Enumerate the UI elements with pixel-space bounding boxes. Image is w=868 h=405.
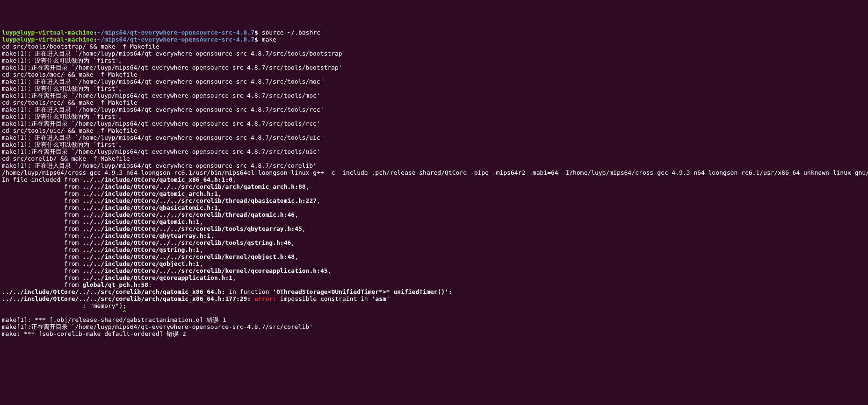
include-trace-line: from ../../include/QtCore/qbasicatomic.h… xyxy=(2,204,866,211)
output-line: cd src/tools/rcc/ && make -f Makefile xyxy=(2,99,866,106)
output-line: make[1]: 正在进入目录 `/home/luyp/mips64/qt-ev… xyxy=(2,50,866,57)
include-path: ../../include/QtCore/qstring.h:1 xyxy=(82,246,199,253)
include-path: ../../include/QtCore/qatomic_x86_64.h:1:… xyxy=(82,176,232,183)
prompt-user: luyp@luyp-virtual-machine xyxy=(2,29,94,36)
output-line: make[1]: 没有什么可以做的为 `first'。 xyxy=(2,85,866,92)
include-path: global/qt_pch.h:58 xyxy=(82,281,148,288)
include-comma: , xyxy=(232,274,236,281)
include-comma: , xyxy=(295,253,298,260)
error-tag: error: xyxy=(251,295,280,302)
include-from-text: from xyxy=(2,183,82,190)
output-line: make[1]:正在离开目录 `/home/luyp/mips64/qt-eve… xyxy=(2,120,866,127)
in-function-text: In function xyxy=(225,288,273,295)
output-line: make[1]:正在离开目录 `/home/luyp/mips64/qt-eve… xyxy=(2,92,866,99)
include-from-text: from xyxy=(2,204,82,211)
prompt-sep2: $ xyxy=(254,29,262,36)
include-comma: , xyxy=(328,267,332,274)
include-comma: , xyxy=(306,183,310,190)
include-from-text: from xyxy=(2,239,82,246)
include-trace-list: from ../../include/QtCore/../../src/core… xyxy=(2,183,866,288)
include-comma: , xyxy=(200,218,203,225)
include-trace-head: In file included from ../../include/QtCo… xyxy=(2,176,866,183)
include-from-text: from xyxy=(2,260,82,267)
make-leave-line: make[1]:正在离开目录 `/home/luyp/mips64/qt-eve… xyxy=(2,323,866,330)
include-comma: , xyxy=(295,211,298,218)
include-from-text: from xyxy=(2,211,82,218)
include-from-text: from xyxy=(2,218,82,225)
include-path: ../../include/QtCore/../../src/corelib/a… xyxy=(82,183,305,190)
include-trace-line: from ../../include/QtCore/qobject.h:1, xyxy=(2,260,866,267)
include-trace-line: from ../../include/QtCore/qbytearray.h:1… xyxy=(2,232,866,239)
include-trace-line: from ../../include/QtCore/qatomic_arch.h… xyxy=(2,190,866,197)
output-line: make[1]: 正在进入目录 `/home/luyp/mips64/qt-ev… xyxy=(2,162,866,169)
include-path: ../../include/QtCore/../../src/corelib/k… xyxy=(82,267,327,274)
include-comma: , xyxy=(210,232,214,239)
include-trace-line: from ../../include/QtCore/../../src/core… xyxy=(2,239,866,246)
make-final-error: make: *** [sub-corelib-make_default-orde… xyxy=(2,330,866,337)
include-trace-line: from ../../include/QtCore/../../src/core… xyxy=(2,183,866,190)
include-from-text: from xyxy=(2,274,82,281)
error-location: ../../include/QtCore/../../src/corelib/a… xyxy=(2,288,225,295)
output-line: make[1]: 正在进入目录 `/home/luyp/mips64/qt-ev… xyxy=(2,78,866,85)
output-line: make[1]: 正在进入目录 `/home/luyp/mips64/qt-ev… xyxy=(2,106,866,113)
error-message: impossible constraint in xyxy=(280,295,372,302)
terminal-output[interactable]: luyp@luyp-virtual-machine:~/mips64/qt-ev… xyxy=(2,29,866,337)
include-from-text: from xyxy=(2,253,82,260)
include-from-text: from xyxy=(2,232,82,239)
prompt-line-2: luyp@luyp-virtual-machine:~/mips64/qt-ev… xyxy=(2,36,866,43)
colon: : xyxy=(448,288,452,295)
compile-line: /home/luyp/mips64/cross-gcc-4.9.3-n64-lo… xyxy=(2,169,866,176)
include-comma: , xyxy=(317,197,320,204)
include-path: ../../include/QtCore/qatomic.h:1 xyxy=(82,218,199,225)
include-from-text: from xyxy=(2,246,82,253)
output-line: make[1]: 没有什么可以做的为 `first'。 xyxy=(2,113,866,120)
include-path: ../../include/QtCore/qbytearray.h:1 xyxy=(82,232,210,239)
include-trace-line: from ../../include/QtCore/../../src/core… xyxy=(2,225,866,232)
include-path: ../../include/QtCore/qobject.h:1 xyxy=(82,260,199,267)
include-trace-line: from ../../include/QtCore/qatomic.h:1, xyxy=(2,218,866,225)
include-comma: , xyxy=(291,239,295,246)
include-from-text: from xyxy=(2,190,82,197)
include-path: ../../include/QtCore/../../src/corelib/t… xyxy=(82,197,317,204)
include-comma: , xyxy=(232,176,236,183)
function-signature: 'QThreadStorage<QUnifiedTimer*>* unified… xyxy=(273,288,448,295)
include-path: ../../include/QtCore/../../src/corelib/t… xyxy=(82,239,291,246)
make-error-line: make[1]: *** [.obj/release-shared/qabstr… xyxy=(2,316,866,323)
prompt-line-1: luyp@luyp-virtual-machine:~/mips64/qt-ev… xyxy=(2,29,866,36)
output-line: make[1]:正在离开目录 `/home/luyp/mips64/qt-eve… xyxy=(2,64,866,71)
prompt-sep1: : xyxy=(94,29,97,36)
include-trace-line: from ../../include/QtCore/../../src/core… xyxy=(2,267,866,274)
prompt-path: ~/mips64/qt-everywhere-opensource-src-4.… xyxy=(97,29,255,36)
include-from-text: from xyxy=(2,197,82,204)
include-trace-line: from ../../include/QtCore/../../src/core… xyxy=(2,211,866,218)
prompt-sep2: $ xyxy=(254,36,262,43)
include-comma: , xyxy=(218,190,222,197)
error-line: ../../include/QtCore/../../src/corelib/a… xyxy=(2,295,866,302)
include-path: ../../include/QtCore/qbasicatomic.h:1 xyxy=(82,204,218,211)
include-path: ../../include/QtCore/../../src/corelib/t… xyxy=(82,225,302,232)
output-line: cd src/corelib/ && make -f Makefile xyxy=(2,155,866,162)
output-line: make[1]: 没有什么可以做的为 `first'。 xyxy=(2,57,866,64)
include-from-text: from xyxy=(2,281,82,288)
include-from-text: from xyxy=(2,267,82,274)
include-trace-line: from ../../include/QtCore/qstring.h:1, xyxy=(2,246,866,253)
output-line: cd src/tools/moc/ && make -f Makefile xyxy=(2,71,866,78)
include-path: ../../include/QtCore/qcoreapplication.h:… xyxy=(82,274,232,281)
include-comma: , xyxy=(200,246,203,253)
include-trace-line: from global/qt_pch.h:58: xyxy=(2,281,866,288)
output-line: make[1]: 正在进入目录 `/home/luyp/mips64/qt-ev… xyxy=(2,134,866,141)
output-line: cd src/tools/uic/ && make -f Makefile xyxy=(2,127,866,134)
output-line: make[1]:正在离开目录 `/home/luyp/mips64/qt-eve… xyxy=(2,148,866,155)
output-line: make[1]: 没有什么可以做的为 `first'。 xyxy=(2,141,866,148)
include-trace-line: from ../../include/QtCore/../../src/core… xyxy=(2,253,866,260)
include-path: ../../include/QtCore/../../src/corelib/t… xyxy=(82,211,295,218)
include-comma: , xyxy=(218,204,222,211)
include-path: ../../include/QtCore/qatomic_arch.h:1 xyxy=(82,190,218,197)
include-comma: : xyxy=(148,281,152,288)
command-2: make xyxy=(262,36,276,43)
include-comma: , xyxy=(302,225,306,232)
include-from-text: from xyxy=(2,225,82,232)
in-function-line: ../../include/QtCore/../../src/corelib/a… xyxy=(2,288,866,295)
include-path: ../../include/QtCore/../../src/corelib/k… xyxy=(82,253,295,260)
caret-indicator: ^ xyxy=(2,309,866,316)
